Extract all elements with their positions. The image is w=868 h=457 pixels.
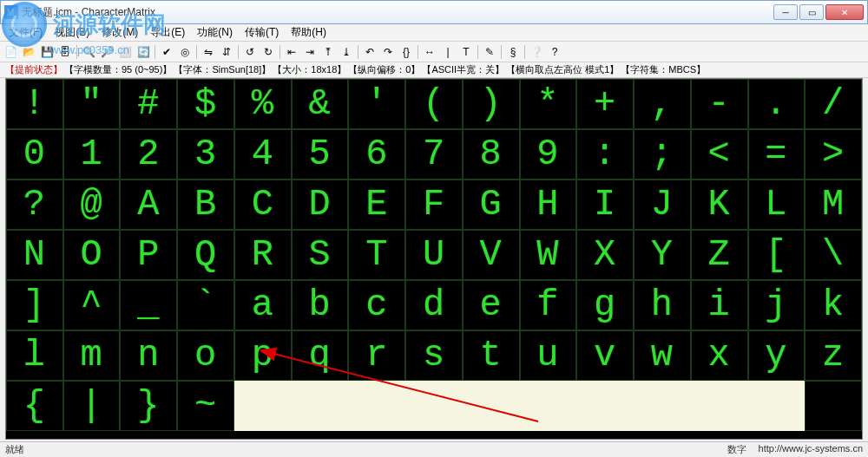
char-cell[interactable]: X (576, 230, 634, 280)
char-cell[interactable]: Z (691, 230, 748, 280)
char-cell[interactable]: P (120, 230, 177, 280)
char-cell[interactable]: + (576, 79, 634, 129)
toolbar-rotate-icon[interactable]: 🔄 (135, 43, 152, 61)
char-cell[interactable]: { (6, 381, 63, 431)
char-cell[interactable]: - (691, 79, 748, 129)
char-cell[interactable]: y (748, 330, 806, 381)
toolbar-shift-down-icon[interactable]: ⤓ (338, 43, 355, 61)
char-cell[interactable]: 3 (177, 129, 234, 180)
char-cell[interactable]: % (234, 79, 292, 129)
character-matrix-grid[interactable]: !"#$%&'()*+,-./0123456789:;<=>?@ABCDEFGH… (6, 79, 862, 439)
char-cell[interactable]: r (348, 330, 405, 381)
char-cell[interactable]: \ (805, 230, 862, 280)
char-cell[interactable]: A (120, 180, 177, 230)
toolbar-shift-left-icon[interactable]: ⇤ (283, 43, 300, 61)
char-cell[interactable]: g (576, 280, 634, 330)
char-cell[interactable]: k (805, 280, 862, 330)
char-cell[interactable]: u (520, 330, 577, 381)
toolbar-undo-icon[interactable]: ↶ (361, 43, 378, 61)
char-cell[interactable]: J (634, 180, 691, 230)
char-cell[interactable]: ; (634, 129, 691, 180)
char-cell[interactable]: G (463, 180, 520, 230)
char-cell[interactable]: / (805, 79, 862, 129)
toolbar-flip-h-icon[interactable]: ⇋ (200, 43, 217, 61)
char-cell[interactable]: d (405, 280, 463, 330)
char-cell[interactable]: K (691, 180, 748, 230)
char-cell[interactable]: @ (63, 180, 121, 230)
char-cell[interactable]: l (6, 330, 63, 381)
char-cell[interactable]: 4 (234, 129, 292, 180)
char-cell[interactable]: S (292, 230, 349, 280)
char-cell[interactable]: 0 (6, 129, 63, 180)
char-cell[interactable]: p (234, 330, 292, 381)
toolbar-s-icon-icon[interactable]: § (504, 43, 522, 61)
toolbar-fit-icon[interactable]: ⬜ (116, 43, 134, 61)
char-cell[interactable]: [ (748, 230, 806, 280)
char-cell[interactable]: : (576, 129, 634, 180)
char-cell[interactable]: ' (348, 79, 405, 129)
char-cell[interactable]: U (405, 230, 463, 280)
menu-item-5[interactable]: 传输(T) (240, 23, 284, 42)
close-button[interactable]: ✕ (825, 4, 864, 20)
char-cell[interactable]: Y (634, 230, 691, 280)
toolbar-question-icon[interactable]: ? (546, 43, 563, 61)
char-cell[interactable]: F (405, 180, 463, 230)
menu-item-6[interactable]: 帮助(H) (286, 23, 332, 42)
char-cell[interactable]: n (120, 330, 177, 381)
char-cell[interactable]: m (63, 330, 121, 381)
menu-item-0[interactable]: 文件(F) (3, 23, 48, 42)
char-cell[interactable]: # (120, 79, 177, 129)
toolbar-check-icon[interactable]: ✔ (158, 43, 175, 61)
char-cell[interactable]: H (520, 180, 577, 230)
char-cell[interactable]: V (463, 230, 520, 280)
char-cell[interactable]: s (405, 330, 463, 381)
toolbar-save-all-icon[interactable]: 🗄 (56, 43, 74, 61)
char-cell[interactable]: D (292, 180, 349, 230)
char-cell[interactable]: I (576, 180, 634, 230)
toolbar-brackets-icon[interactable]: {} (398, 43, 415, 61)
char-cell[interactable]: 9 (520, 129, 577, 180)
char-cell[interactable]: 7 (405, 129, 463, 180)
toolbar-save-file-icon[interactable]: 💾 (38, 43, 56, 61)
toolbar-shift-up-icon[interactable]: ⤒ (319, 43, 337, 61)
char-cell[interactable]: 2 (120, 129, 177, 180)
char-cell[interactable]: _ (120, 280, 177, 330)
char-cell[interactable]: a (234, 280, 292, 330)
char-cell[interactable]: . (748, 79, 806, 129)
toolbar-open-file-icon[interactable]: 📂 (20, 43, 37, 61)
char-cell[interactable]: 6 (348, 129, 405, 180)
char-cell[interactable]: & (292, 79, 349, 129)
char-cell[interactable]: C (234, 180, 292, 230)
char-cell[interactable]: ] (6, 280, 63, 330)
maximize-button[interactable]: ▭ (799, 4, 824, 20)
char-cell[interactable]: ` (177, 280, 234, 330)
char-cell[interactable]: ( (405, 79, 463, 129)
char-cell[interactable]: M (805, 180, 862, 230)
char-cell[interactable]: ~ (177, 381, 234, 431)
char-cell[interactable]: } (120, 381, 177, 431)
char-cell[interactable]: $ (177, 79, 234, 129)
toolbar-redo-icon[interactable]: ↷ (379, 43, 397, 61)
char-cell[interactable]: N (6, 230, 63, 280)
toolbar-bar-icon[interactable]: | (439, 43, 457, 61)
char-cell[interactable]: L (748, 180, 806, 230)
char-cell[interactable]: > (805, 129, 862, 180)
toolbar-shift-right-icon[interactable]: ⇥ (301, 43, 319, 61)
char-cell[interactable]: = (748, 129, 806, 180)
toolbar-new-file-icon[interactable]: 📄 (2, 43, 19, 61)
char-cell[interactable]: ) (463, 79, 520, 129)
toolbar-arrow-lr-icon[interactable]: ↔ (421, 43, 438, 61)
char-cell[interactable]: v (576, 330, 634, 381)
char-cell[interactable]: ? (6, 180, 63, 230)
toolbar-zoom-in-icon[interactable]: 🔍 (80, 43, 97, 61)
char-cell[interactable]: | (63, 381, 121, 431)
char-cell[interactable]: 1 (63, 129, 121, 180)
char-cell[interactable]: O (63, 230, 121, 280)
toolbar-target-icon[interactable]: ◎ (176, 43, 194, 61)
char-cell[interactable]: o (177, 330, 234, 381)
char-cell[interactable]: Q (177, 230, 234, 280)
char-cell[interactable]: x (691, 330, 748, 381)
char-cell[interactable]: h (634, 280, 691, 330)
char-cell[interactable]: f (520, 280, 577, 330)
char-cell[interactable]: ! (6, 79, 63, 129)
